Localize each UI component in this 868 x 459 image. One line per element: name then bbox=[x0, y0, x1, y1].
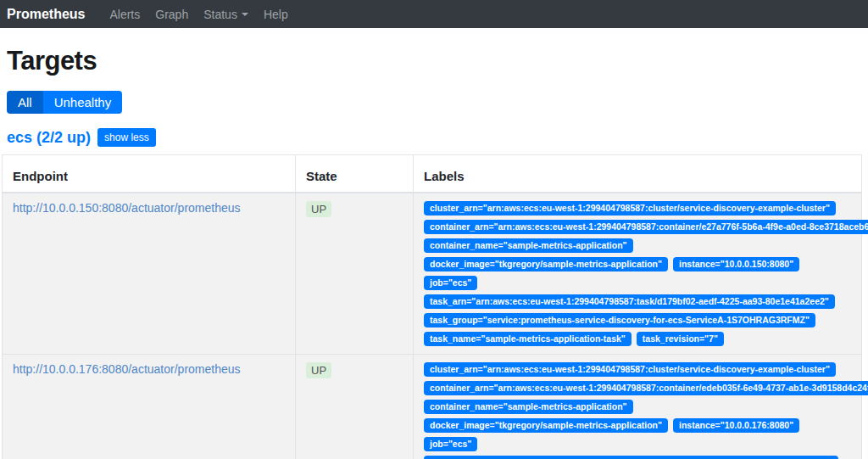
state-filter-group: All Unhealthy bbox=[7, 91, 122, 114]
label-badge: docker_image="tkgregory/sample-metrics-a… bbox=[424, 418, 668, 433]
labels-list: cluster_arn="arn:aws:ecs:eu-west-1:29940… bbox=[424, 201, 851, 346]
label-badge: instance="10.0.0.150:8080" bbox=[673, 257, 799, 271]
chevron-down-icon bbox=[242, 13, 248, 16]
state-badge: UP bbox=[306, 201, 331, 217]
top-navbar: Prometheus Alerts Graph Status Help bbox=[0, 0, 868, 28]
label-badge: task_group="service:prometheus-service-d… bbox=[424, 313, 815, 327]
label-badge: job="ecs" bbox=[424, 437, 477, 451]
job-title-link[interactable]: ecs (2/2 up) bbox=[7, 129, 91, 147]
table-header-row: Endpoint State Labels bbox=[3, 155, 862, 193]
nav-item-help[interactable]: Help bbox=[256, 8, 296, 21]
label-badge: docker_image="tkgregory/sample-metrics-a… bbox=[424, 257, 668, 271]
label-badge: cluster_arn="arn:aws:ecs:eu-west-1:29940… bbox=[424, 362, 836, 377]
state-badge: UP bbox=[306, 362, 331, 378]
label-badge: container_name="sample-metrics-applicati… bbox=[424, 238, 633, 253]
label-badge: container_name="sample-metrics-applicati… bbox=[424, 400, 633, 414]
nav-item-status[interactable]: Status bbox=[196, 8, 256, 21]
target-row: http://10.0.0.176:8080/actuator/promethe… bbox=[3, 355, 862, 459]
nav-item-graph[interactable]: Graph bbox=[147, 8, 196, 21]
label-badge: container_arn="arn:aws:ecs:eu-west-1:299… bbox=[424, 220, 868, 234]
label-badge: cluster_arn="arn:aws:ecs:eu-west-1:29940… bbox=[424, 201, 836, 216]
filter-all-button[interactable]: All bbox=[7, 91, 43, 114]
label-badge: instance="10.0.0.176:8080" bbox=[673, 418, 799, 433]
nav-item-status-label: Status bbox=[203, 8, 237, 21]
column-header-endpoint: Endpoint bbox=[3, 155, 296, 193]
label-badge: task_revision="7" bbox=[637, 332, 724, 346]
label-badge: task_name="sample-metrics-application-ta… bbox=[424, 332, 632, 346]
filter-unhealthy-button[interactable]: Unhealthy bbox=[43, 91, 123, 114]
page-title: Targets bbox=[7, 46, 861, 76]
labels-list: cluster_arn="arn:aws:ecs:eu-west-1:29940… bbox=[424, 362, 851, 459]
column-header-state: State bbox=[296, 155, 414, 193]
label-badge: job="ecs" bbox=[424, 276, 477, 290]
endpoint-link[interactable]: http://10.0.0.176:8080/actuator/promethe… bbox=[13, 362, 241, 376]
job-header: ecs (2/2 up) show less bbox=[7, 128, 861, 147]
target-row: http://10.0.0.150:8080/actuator/promethe… bbox=[3, 193, 862, 355]
brand-link[interactable]: Prometheus bbox=[7, 7, 85, 22]
endpoint-link[interactable]: http://10.0.0.150:8080/actuator/promethe… bbox=[13, 201, 241, 215]
label-badge: task_arn="arn:aws:ecs:eu-west-1:29940479… bbox=[424, 456, 838, 459]
show-less-button[interactable]: show less bbox=[97, 128, 156, 147]
label-badge: container_arn="arn:aws:ecs:eu-west-1:299… bbox=[424, 381, 868, 395]
column-header-labels: Labels bbox=[414, 155, 862, 193]
nav-item-alerts[interactable]: Alerts bbox=[102, 8, 147, 21]
label-badge: task_arn="arn:aws:ecs:eu-west-1:29940479… bbox=[424, 294, 835, 309]
targets-table: Endpoint State Labels http://10.0.0.150:… bbox=[2, 154, 862, 459]
